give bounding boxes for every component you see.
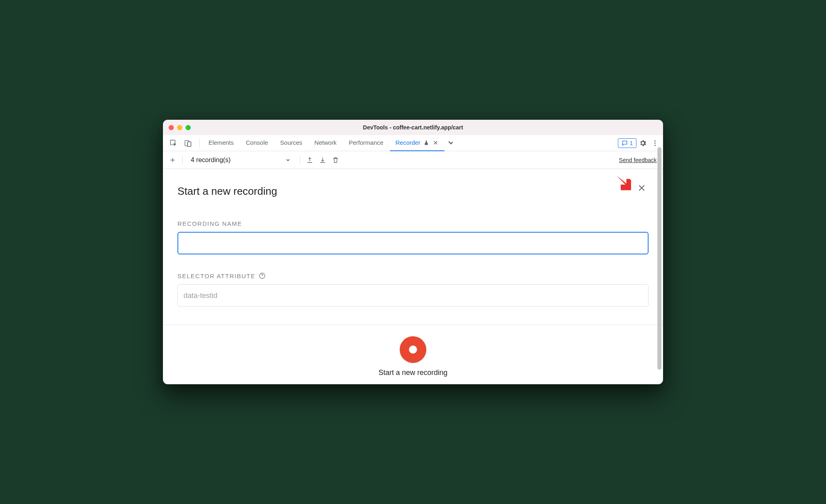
tab-label: Performance [349, 139, 384, 146]
recordings-selector[interactable]: 4 recording(s) [187, 154, 296, 167]
delete-icon[interactable] [330, 154, 341, 166]
toolbar-separator [300, 156, 300, 165]
recorder-toolbar: 4 recording(s) Send feedback [163, 151, 663, 169]
help-icon[interactable] [259, 272, 266, 279]
more-tabs-icon[interactable] [445, 137, 457, 149]
devtools-tabbar: Elements Console Sources Network Perform… [163, 135, 663, 151]
close-tab-icon[interactable] [432, 140, 439, 146]
svg-rect-2 [188, 142, 191, 146]
tab-sources[interactable]: Sources [275, 135, 308, 151]
start-recording-panel: Start a new recording RECORDING NAME SEL… [163, 169, 663, 384]
record-button[interactable] [400, 336, 426, 363]
tabbar-separator [199, 139, 200, 148]
recording-name-label: RECORDING NAME [177, 220, 649, 227]
svg-point-5 [655, 142, 656, 144]
inspect-element-icon[interactable] [168, 137, 179, 149]
issues-button[interactable]: 1 [618, 138, 636, 148]
window-titlebar: DevTools - coffee-cart.netlify.app/cart [163, 120, 663, 135]
chat-icon [622, 140, 628, 146]
close-panel-icon[interactable] [636, 183, 647, 193]
vertical-scrollbar[interactable] [657, 137, 662, 379]
annotation-arrow-icon [612, 171, 635, 196]
start-recording-block: Start a new recording [177, 325, 649, 384]
send-feedback-link[interactable]: Send feedback [619, 157, 659, 163]
recording-name-input[interactable] [177, 232, 649, 254]
window-zoom-button[interactable] [186, 125, 191, 130]
export-icon[interactable] [304, 154, 315, 166]
selector-attribute-field: SELECTOR ATTRIBUTE [177, 272, 649, 307]
import-icon[interactable] [317, 154, 328, 166]
tab-elements[interactable]: Elements [203, 135, 240, 151]
tab-label: Elements [209, 139, 234, 146]
settings-icon[interactable] [637, 139, 649, 147]
selector-attribute-input[interactable] [177, 284, 649, 307]
issues-count: 1 [630, 140, 633, 146]
window-close-button[interactable] [169, 125, 174, 130]
tab-console[interactable]: Console [240, 135, 274, 151]
tab-label: Network [315, 139, 337, 146]
svg-point-4 [655, 140, 656, 142]
toggle-device-toolbar-icon[interactable] [182, 137, 194, 149]
new-recording-icon[interactable] [167, 154, 178, 166]
tab-recorder[interactable]: Recorder [390, 135, 445, 151]
recordings-selector-label: 4 recording(s) [191, 156, 231, 164]
tab-label: Sources [280, 139, 302, 146]
flask-experimental-icon [423, 140, 429, 146]
recording-name-field: RECORDING NAME [177, 220, 649, 254]
selector-attribute-label: SELECTOR ATTRIBUTE [177, 273, 255, 279]
start-recording-label: Start a new recording [177, 369, 649, 377]
devtools-window: DevTools - coffee-cart.netlify.app/cart … [163, 120, 663, 384]
panel-heading: Start a new recording [177, 185, 649, 198]
toolbar-separator [182, 156, 183, 165]
window-minimize-button[interactable] [177, 125, 182, 130]
record-button-inner-icon [409, 346, 417, 354]
tab-network[interactable]: Network [309, 135, 342, 151]
svg-point-6 [655, 144, 656, 146]
tab-label: Recorder [396, 139, 421, 146]
tab-performance[interactable]: Performance [343, 135, 389, 151]
tab-label: Console [246, 139, 268, 146]
traffic-lights [163, 125, 191, 130]
chevron-down-icon [285, 157, 291, 163]
window-title: DevTools - coffee-cart.netlify.app/cart [163, 124, 663, 131]
scrollbar-thumb[interactable] [657, 147, 661, 370]
